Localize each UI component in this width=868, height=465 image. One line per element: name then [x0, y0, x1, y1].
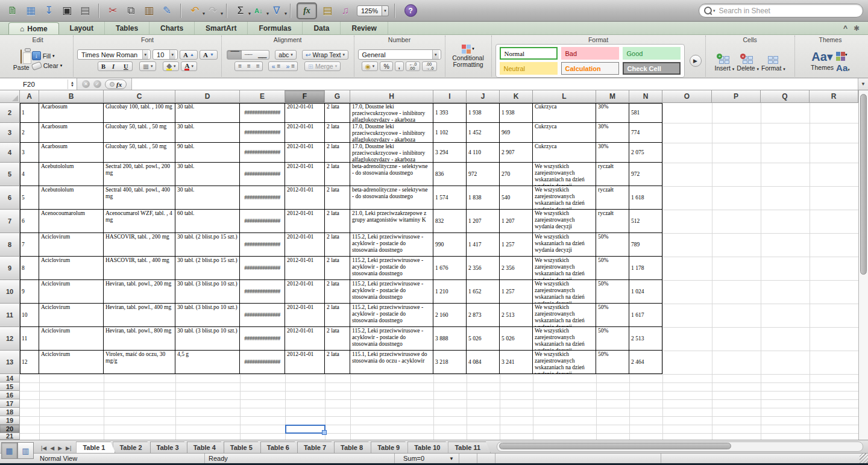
- cell-style-calculation[interactable]: Calculation: [561, 62, 619, 75]
- fill-button[interactable]: ↓ Fill▾: [32, 51, 63, 60]
- cell-A5[interactable]: 4: [20, 163, 39, 186]
- cell-N12[interactable]: 2 513: [629, 327, 662, 351]
- selected-cell-F20[interactable]: [285, 425, 326, 434]
- zoom-value[interactable]: 125%: [357, 5, 382, 16]
- cell-F5[interactable]: 2012-01-01: [285, 163, 325, 186]
- cell-D11[interactable]: 30 tabl. (3 blist.po 10 szt.): [175, 304, 240, 327]
- ribbon-collapse-icon[interactable]: ^: [843, 24, 848, 33]
- next-sheet-icon[interactable]: ▶: [57, 445, 63, 451]
- cell-N6[interactable]: 1 618: [629, 186, 662, 210]
- sheet-tab-table-9[interactable]: Table 9: [371, 442, 410, 453]
- merge-button[interactable]: ⊞Merge▾: [304, 61, 341, 71]
- sheet-tab-table-11[interactable]: Table 11: [448, 442, 491, 453]
- cell-B12[interactable]: Aciclovirum: [39, 327, 104, 351]
- cell-B13[interactable]: Aciclovirum: [39, 351, 104, 374]
- ribbon-tab-tables[interactable]: Tables: [105, 22, 149, 34]
- cell-L7[interactable]: We wszystkich zarejestrowanych wydania d…: [533, 210, 596, 233]
- cell-C13[interactable]: Virolex, maść do oczu, 30 mg/g: [104, 351, 175, 374]
- cell-A11[interactable]: 10: [20, 304, 39, 327]
- cell-I3[interactable]: 1 102: [433, 123, 467, 143]
- cell-D3[interactable]: 30 tabl.: [175, 123, 240, 143]
- cell-G7[interactable]: 2 lata: [325, 210, 350, 233]
- column-header-E[interactable]: E: [240, 90, 285, 103]
- cell-K12[interactable]: 5 026: [500, 327, 533, 351]
- first-sheet-icon[interactable]: |◀: [40, 445, 48, 451]
- vertical-scrollbar-thumb[interactable]: [860, 94, 867, 275]
- page-layout-view-button[interactable]: ▥: [17, 442, 34, 459]
- cell-A3[interactable]: 2: [20, 123, 39, 143]
- column-header-M[interactable]: M: [596, 90, 629, 103]
- cell-E10[interactable]: ##############: [240, 280, 285, 304]
- cell-I7[interactable]: 832: [433, 210, 467, 233]
- format-painter-icon[interactable]: ✎: [159, 3, 175, 19]
- row-header-15[interactable]: 15: [0, 382, 20, 391]
- conditional-formatting-button[interactable]: ▾: [462, 45, 474, 54]
- column-header-O[interactable]: O: [662, 90, 712, 103]
- cell-E3[interactable]: ##############: [240, 123, 285, 143]
- cell-F4[interactable]: 2012-01-01: [285, 143, 325, 163]
- font-family-combo[interactable]: Times New Roman▾: [77, 49, 151, 60]
- cell-K9[interactable]: 2 356: [500, 257, 533, 280]
- cell-L3[interactable]: Cukrzyca: [533, 123, 596, 143]
- cell-E11[interactable]: ##############: [240, 304, 285, 327]
- align-right-button[interactable]: ≡: [253, 61, 263, 71]
- align-top-button[interactable]: ▔▔: [227, 50, 242, 60]
- confirm-entry-icon[interactable]: ✓: [93, 80, 101, 88]
- cell-style-check[interactable]: Check Cell: [623, 62, 681, 75]
- sheet-tab-table-1[interactable]: Table 1: [76, 442, 115, 453]
- cell-N7[interactable]: 512: [629, 210, 662, 233]
- cell-J2[interactable]: 1 938: [467, 103, 500, 123]
- row-header-6[interactable]: 6: [0, 186, 20, 210]
- cell-B10[interactable]: Aciclovirum: [39, 280, 104, 304]
- media-browser-icon[interactable]: ♫: [338, 3, 353, 19]
- cell-A13[interactable]: 12: [20, 351, 39, 374]
- row-header-18[interactable]: 18: [0, 408, 20, 416]
- cell-H7[interactable]: 21.0, Leki przeciwzakrzepowe z grupy ant…: [350, 210, 433, 233]
- ribbon-tab-smartart[interactable]: SmartArt: [195, 22, 248, 34]
- cell-D2[interactable]: 30 tabl.: [175, 103, 240, 123]
- cell-L8[interactable]: We wszystkich wskazaniach na dzień wydan…: [533, 233, 596, 257]
- cell-L2[interactable]: Cukrzyca: [533, 103, 596, 123]
- cell-J12[interactable]: 5 026: [467, 327, 500, 351]
- cell-A9[interactable]: 8: [20, 257, 39, 280]
- cell-H3[interactable]: 17.0, Doustne leki przeciwcukrzycowe - i…: [350, 123, 433, 143]
- cell-J11[interactable]: 2 873: [467, 304, 500, 327]
- cell-C3[interactable]: Glucobay 50, tabl. , 50 mg: [104, 123, 175, 143]
- decrease-decimal-button[interactable]: .00→.0: [422, 61, 437, 71]
- cut-icon[interactable]: ✂: [105, 3, 121, 19]
- cell-D8[interactable]: 30 tabl. (2 blist.po 15 szt.): [175, 233, 240, 257]
- cell-M13[interactable]: 50%: [596, 351, 629, 374]
- sheet-tab-table-3[interactable]: Table 3: [150, 442, 189, 453]
- text-orientation-button[interactable]: abc▾: [275, 50, 296, 60]
- cell-K5[interactable]: 270: [500, 163, 533, 186]
- underline-button[interactable]: U: [121, 61, 133, 71]
- cell-G12[interactable]: 2 lata: [325, 327, 350, 351]
- cell-E12[interactable]: ##############: [240, 327, 285, 351]
- cell-E2[interactable]: ##############: [240, 103, 285, 123]
- formula-builder-icon[interactable]: fx: [297, 2, 317, 19]
- cell-D13[interactable]: 4,5 g: [175, 351, 240, 374]
- cell-K6[interactable]: 540: [500, 186, 533, 210]
- row-header-13[interactable]: 13: [0, 351, 20, 374]
- paste-icon[interactable]: ▥: [141, 3, 157, 19]
- format-cells-button[interactable]: Format ▾: [761, 49, 785, 72]
- cell-C12[interactable]: Heviran, tabl. powl., 800 mg: [104, 327, 175, 351]
- cell-B9[interactable]: Aciclovirum: [39, 257, 104, 280]
- percent-button[interactable]: %: [380, 61, 392, 71]
- cell-I8[interactable]: 990: [433, 233, 467, 257]
- cell-D10[interactable]: 30 tabl. (3 blist.po 10 szt.): [175, 280, 240, 304]
- cell-G9[interactable]: 2 lata: [325, 257, 350, 280]
- cell-N4[interactable]: 2 075: [629, 143, 662, 163]
- cell-B11[interactable]: Aciclovirum: [39, 304, 104, 327]
- cell-H8[interactable]: 115.2, Leki przeciwwirusowe - acyklowir …: [350, 233, 433, 257]
- cell-D12[interactable]: 30 tabl. (3 blist.po 10 szt.): [175, 327, 240, 351]
- cell-H5[interactable]: beta-adrenolityczne - selektywne - do st…: [350, 163, 433, 186]
- cell-F12[interactable]: 2012-01-01: [285, 327, 325, 351]
- cell-L11[interactable]: We wszystkich zarejestrowanych wskazania…: [533, 304, 596, 327]
- cell-B6[interactable]: Acebutololum: [39, 186, 104, 210]
- cell-H13[interactable]: 115.1, Leki przeciwwirusowe do stosowani…: [350, 351, 433, 374]
- sum-indicator[interactable]: Sum=0 ▼: [395, 454, 459, 463]
- cell-I4[interactable]: 3 294: [433, 143, 467, 163]
- column-header-I[interactable]: I: [433, 90, 467, 103]
- row-header-9[interactable]: 9: [0, 257, 20, 280]
